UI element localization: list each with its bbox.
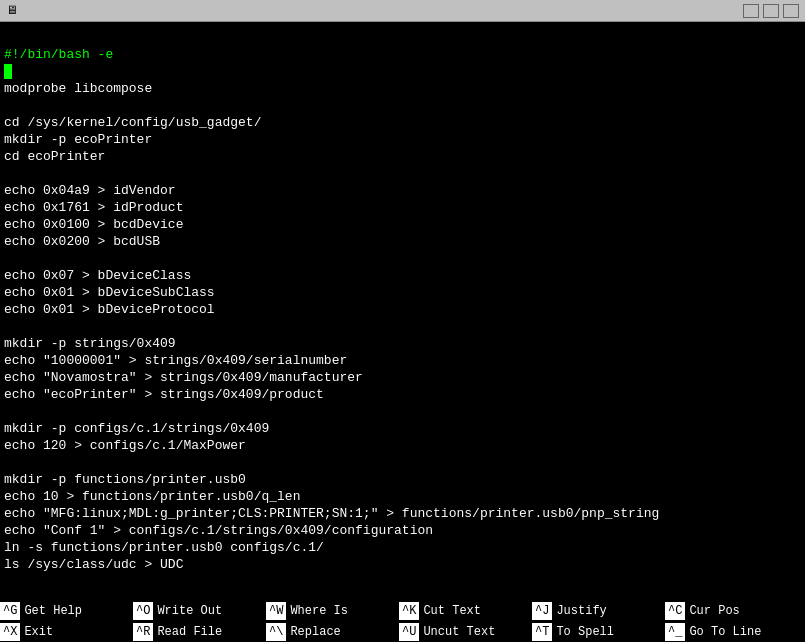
shortcut-label: Cut Text (419, 604, 481, 618)
shortcut-item[interactable]: ^GGet Help (0, 600, 133, 621)
editor-line: cd /sys/kernel/config/usb_gadget/ (4, 114, 801, 131)
shortcut-item[interactable]: ^TTo Spell (532, 621, 665, 642)
nano-header (0, 22, 805, 44)
editor-line (4, 403, 801, 420)
shortcut-key: ^U (399, 623, 419, 641)
shortcut-item[interactable]: ^CCur Pos (665, 600, 798, 621)
editor-line: ln -s functions/printer.usb0 configs/c.1… (4, 539, 801, 556)
editor-lines: #!/bin/bash -emodprobe libcomposecd /sys… (4, 46, 801, 573)
editor-line: echo 0x0200 > bcdUSB (4, 233, 801, 250)
editor-line: echo "10000001" > strings/0x409/serialnu… (4, 352, 801, 369)
shortcut-key: ^G (0, 602, 20, 620)
editor-line: echo 10 > functions/printer.usb0/q_len (4, 488, 801, 505)
shortcut-item[interactable]: ^WWhere Is (266, 600, 399, 621)
shortcut-key: ^W (266, 602, 286, 620)
editor-line: echo 0x0100 > bcdDevice (4, 216, 801, 233)
editor-line: mkdir -p strings/0x409 (4, 335, 801, 352)
editor-line: cd ecoPrinter (4, 148, 801, 165)
shortcut-key: ^_ (665, 623, 685, 641)
editor-line: echo 0x07 > bDeviceClass (4, 267, 801, 284)
shortcut-label: Where Is (286, 604, 348, 618)
shortcut-label: Write Out (153, 604, 222, 618)
shortcut-row-2: ^XExit^RRead File^\Replace^UUncut Text^T… (0, 621, 805, 642)
shortcut-item[interactable]: ^UUncut Text (399, 621, 532, 642)
editor-line: echo "Novamostra" > strings/0x409/manufa… (4, 369, 801, 386)
shortcuts-bar: ^GGet Help^OWrite Out^WWhere Is^KCut Tex… (0, 600, 805, 642)
editor-line: echo "ecoPrinter" > strings/0x409/produc… (4, 386, 801, 403)
terminal-icon: 🖥 (6, 3, 18, 18)
shortcut-label: Replace (286, 625, 340, 639)
shortcut-label: Justify (552, 604, 606, 618)
shortcut-item[interactable]: ^XExit (0, 621, 133, 642)
editor-line: echo 0x01 > bDeviceProtocol (4, 301, 801, 318)
cursor (4, 64, 12, 79)
shortcut-key: ^X (0, 623, 20, 641)
shortcut-label: Cur Pos (685, 604, 739, 618)
editor-line: echo 0x01 > bDeviceSubClass (4, 284, 801, 301)
editor-line (4, 250, 801, 267)
shortcut-item[interactable]: ^JJustify (532, 600, 665, 621)
title-bar: 🖥 (0, 0, 805, 22)
editor-area[interactable]: #!/bin/bash -emodprobe libcomposecd /sys… (0, 44, 805, 600)
editor-line: ls /sys/class/udc > UDC (4, 556, 801, 573)
shortcut-item[interactable]: ^OWrite Out (133, 600, 266, 621)
shortcut-key: ^C (665, 602, 685, 620)
shortcut-label: Read File (153, 625, 222, 639)
editor-line: mkdir -p functions/printer.usb0 (4, 471, 801, 488)
shortcut-key: ^\ (266, 623, 286, 641)
editor-line (4, 97, 801, 114)
editor-line (4, 454, 801, 471)
shortcut-item[interactable]: ^KCut Text (399, 600, 532, 621)
shortcut-item[interactable]: ^\Replace (266, 621, 399, 642)
maximize-button[interactable] (763, 4, 779, 18)
shortcut-label: Exit (20, 625, 53, 639)
editor-line: echo 0x1761 > idProduct (4, 199, 801, 216)
shortcut-row-1: ^GGet Help^OWrite Out^WWhere Is^KCut Tex… (0, 600, 805, 621)
shortcut-key: ^R (133, 623, 153, 641)
shortcut-key: ^J (532, 602, 552, 620)
title-bar-label: 🖥 (6, 3, 24, 18)
title-bar-controls (743, 4, 799, 18)
editor-line: echo 120 > configs/c.1/MaxPower (4, 437, 801, 454)
editor-line (4, 318, 801, 335)
shortcut-label: Go To Line (685, 625, 761, 639)
editor-line (4, 165, 801, 182)
editor-line (4, 63, 801, 80)
shortcut-item[interactable]: ^_Go To Line (665, 621, 798, 642)
editor-line: modprobe libcompose (4, 80, 801, 97)
shortcut-item[interactable]: ^RRead File (133, 621, 266, 642)
shortcut-label: Get Help (20, 604, 82, 618)
close-button[interactable] (783, 4, 799, 18)
minimize-button[interactable] (743, 4, 759, 18)
shortcut-label: Uncut Text (419, 625, 495, 639)
shortcut-key: ^T (532, 623, 552, 641)
editor-line: mkdir -p ecoPrinter (4, 131, 801, 148)
editor-line: echo "Conf 1" > configs/c.1/strings/0x40… (4, 522, 801, 539)
shortcut-key: ^O (133, 602, 153, 620)
editor-line: #!/bin/bash -e (4, 46, 801, 63)
editor-line: mkdir -p configs/c.1/strings/0x409 (4, 420, 801, 437)
shortcut-label: To Spell (552, 625, 614, 639)
editor-line: echo "MFG:linux;MDL:g_printer;CLS:PRINTE… (4, 505, 801, 522)
shortcut-key: ^K (399, 602, 419, 620)
editor-line: echo 0x04a9 > idVendor (4, 182, 801, 199)
